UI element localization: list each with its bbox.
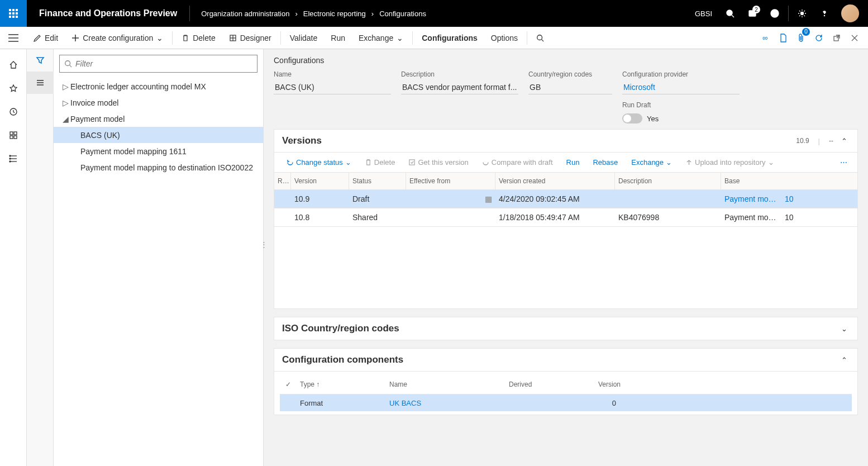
smiley-icon[interactable]: [764, 0, 786, 27]
home-icon[interactable]: [2, 54, 25, 76]
filter-input[interactable]: [75, 59, 252, 68]
workspaces-icon[interactable]: [2, 124, 25, 146]
star-icon[interactable]: [2, 77, 25, 99]
popout-icon[interactable]: [828, 27, 846, 49]
svg-rect-8: [16, 16, 18, 18]
collapse-icon[interactable]: ⌃: [839, 137, 850, 145]
validate-button[interactable]: Validate: [283, 27, 325, 49]
app-launcher-icon[interactable]: [0, 0, 27, 27]
attach-icon[interactable]: 0: [792, 27, 810, 49]
col-header[interactable]: R...: [274, 173, 291, 189]
btn-label: Compare with draft: [492, 158, 553, 167]
company-picker[interactable]: GBSI: [688, 9, 719, 18]
change-status-button[interactable]: Change status⌄: [282, 156, 356, 169]
btn-label: Run: [566, 158, 580, 167]
collapse-icon[interactable]: ◢: [60, 115, 70, 123]
btn-label: Delete: [374, 158, 395, 167]
tree-node[interactable]: ▷Electronic ledger accounting model MX: [54, 78, 263, 94]
expand-icon[interactable]: ▷: [60, 98, 70, 107]
svg-rect-46: [409, 160, 414, 165]
breadcrumb-item[interactable]: Configurations: [379, 9, 426, 18]
description-field: Description BACS vendor payment format f…: [401, 70, 518, 123]
tree-node[interactable]: ▷Invoice model: [54, 94, 263, 111]
edit-button[interactable]: Edit: [27, 27, 65, 49]
expand-icon[interactable]: ⌄: [839, 325, 850, 333]
tree-node[interactable]: Payment model mapping to destination ISO…: [54, 159, 263, 175]
tree-node[interactable]: Payment model mapping 1611: [54, 143, 263, 159]
recent-icon[interactable]: [2, 101, 25, 123]
hamburger-icon[interactable]: [2, 27, 25, 49]
help-icon[interactable]: [813, 0, 836, 27]
field-value-link[interactable]: Microsoft: [622, 80, 740, 94]
run-button[interactable]: Run: [324, 27, 352, 49]
col-header[interactable]: Effective from: [406, 173, 495, 189]
col-header[interactable]: Description: [615, 173, 721, 189]
svg-rect-6: [9, 16, 11, 18]
field-value[interactable]: BACS (UK): [274, 80, 391, 94]
col-header[interactable]: Name: [386, 378, 505, 391]
col-header[interactable]: Derived: [505, 378, 595, 391]
svg-point-16: [824, 16, 825, 16]
calendar-icon[interactable]: ▦: [485, 194, 492, 203]
filter-icon[interactable]: [27, 49, 54, 72]
svg-rect-31: [10, 132, 13, 135]
designer-button[interactable]: Designer: [222, 27, 278, 49]
check-all[interactable]: ✓: [280, 378, 297, 391]
cell: 1/18/2018 05:49:47 AM: [495, 208, 615, 226]
svg-point-40: [9, 161, 11, 162]
components-row[interactable]: Format UK BACS 0: [280, 394, 852, 411]
field-value[interactable]: GB: [528, 80, 612, 94]
list-icon[interactable]: [27, 72, 54, 94]
run-draft-toggle[interactable]: [622, 113, 642, 123]
btn-label: Change status: [296, 158, 343, 167]
collapse-icon[interactable]: ⌃: [839, 356, 850, 364]
cell-link[interactable]: Payment model: [721, 190, 781, 208]
search-button[interactable]: [530, 27, 554, 49]
delete-button[interactable]: Delete: [175, 27, 222, 49]
col-header[interactable]: Version: [291, 173, 349, 189]
horizontal-scrollbar[interactable]: [274, 302, 857, 308]
exchange-version-button[interactable]: Exchange⌄: [627, 156, 676, 169]
refresh-icon[interactable]: [810, 27, 828, 49]
more-icon[interactable]: ⋯: [836, 156, 852, 169]
expand-icon[interactable]: ▷: [60, 82, 70, 91]
card-header[interactable]: ISO Country/region codes ⌄: [274, 317, 857, 340]
cell-link[interactable]: UK BACS: [386, 397, 505, 410]
col-header[interactable]: Type ↑: [297, 378, 386, 391]
modules-icon[interactable]: [2, 148, 25, 170]
options-button[interactable]: Options: [484, 27, 524, 49]
card-header[interactable]: Versions 10.9 | -- ⌃: [274, 130, 857, 152]
avatar[interactable]: [841, 4, 859, 22]
breadcrumb-item[interactable]: Organization administration: [201, 9, 289, 18]
field-value[interactable]: BACS vendor payment format f...: [401, 80, 518, 94]
search-icon[interactable]: [719, 0, 741, 27]
configurations-tab[interactable]: Configurations: [415, 27, 484, 49]
cell-link[interactable]: 10: [781, 190, 804, 208]
col-header[interactable]: Version created: [495, 173, 615, 189]
svg-point-44: [65, 61, 70, 66]
cell: [406, 208, 495, 226]
tree-node[interactable]: ◢Payment model: [54, 111, 263, 127]
separator: [527, 31, 527, 45]
col-header[interactable]: Version: [595, 378, 619, 391]
gear-icon[interactable]: [791, 0, 813, 27]
exchange-button[interactable]: Exchange⌄: [352, 27, 410, 49]
rebase-button[interactable]: Rebase: [588, 156, 622, 169]
iso-card: ISO Country/region codes ⌄: [274, 317, 858, 340]
create-configuration-button[interactable]: Create configuration⌄: [65, 27, 170, 49]
col-header[interactable]: Status: [349, 173, 406, 189]
card-header[interactable]: Configuration components ⌃: [274, 349, 857, 371]
tree-node[interactable]: BACS (UK): [54, 127, 263, 143]
page-icon[interactable]: [774, 27, 792, 49]
components-card: Configuration components ⌃ ✓ Type ↑ Name…: [274, 348, 858, 415]
svg-point-38: [9, 155, 11, 156]
run-version-button[interactable]: Run: [562, 156, 584, 169]
grid-row[interactable]: 10.8 Shared 1/18/2018 05:49:47 AM KB4076…: [274, 208, 857, 227]
grid-row[interactable]: 10.9 Draft ▦ 4/24/2020 09:02:45 AM Payme…: [274, 190, 857, 208]
chevron-down-icon: ⌄: [768, 158, 774, 167]
breadcrumb-item[interactable]: Electronic reporting: [303, 9, 366, 18]
close-icon[interactable]: [846, 27, 864, 49]
notifications-icon[interactable]: 2: [741, 0, 764, 27]
link-icon[interactable]: ∞: [756, 27, 774, 49]
col-header[interactable]: Base: [721, 173, 781, 189]
